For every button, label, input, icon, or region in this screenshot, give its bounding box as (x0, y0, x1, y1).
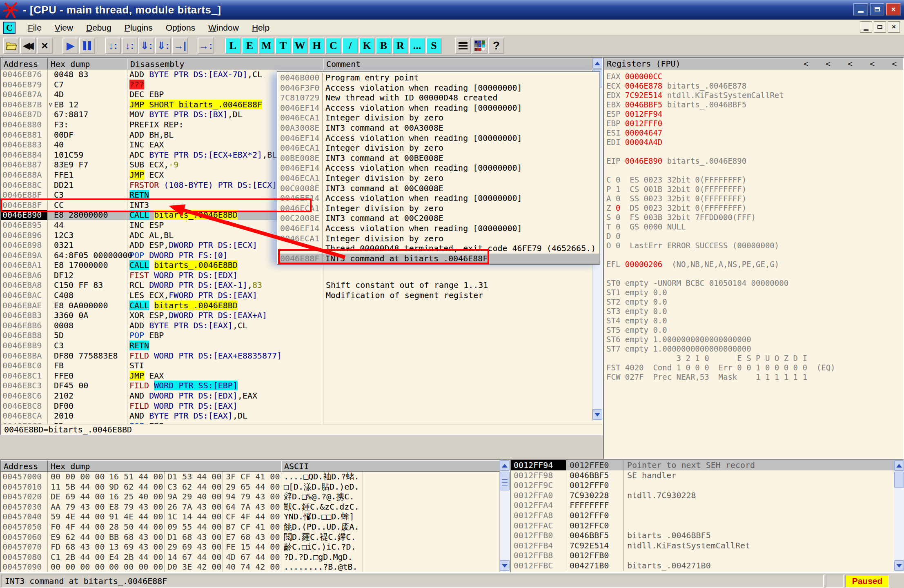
dump-row[interactable]: 0045704059 4E 44 0091 4E 44 001C 14 44 0… (1, 512, 510, 522)
disasm-row[interactable]: 0046E8B85DPOP EBP (1, 330, 602, 341)
view-button-M[interactable]: M (258, 38, 274, 54)
scrollbar-thumb[interactable] (894, 472, 904, 488)
register-line[interactable]: ESP 0012FF94 (604, 109, 903, 119)
log-row[interactable]: 0046ECA1Integer division by zero (278, 173, 599, 183)
disasm-row[interactable]: 0046E8C8DF00FILD WORD PTR DS:[EAX] (1, 401, 602, 411)
help-button[interactable]: ? (488, 38, 504, 54)
register-line[interactable]: EBX 0046BBF5 bitarts_.0046BBF5 (604, 100, 903, 109)
dump-row[interactable]: 0045701011 5B 44 009D 62 44 00C3 62 44 0… (1, 482, 510, 492)
scroll-up-button[interactable] (592, 58, 602, 69)
stack-row[interactable]: 0012FFA4FFFFFFFF (511, 500, 903, 510)
dump-row[interactable]: 0045700000 00 00 0016 51 44 00D1 53 44 0… (1, 472, 510, 482)
register-line[interactable]: ST3 empty 0.0 (604, 307, 903, 316)
register-line[interactable] (604, 147, 903, 156)
register-line[interactable]: ECX 0046E878 bitarts_.0046E878 (604, 81, 903, 91)
view-button-C[interactable]: C (325, 38, 341, 54)
stack-row[interactable]: 0012FFAC0012FFC0 (511, 521, 903, 531)
close-button[interactable]: × (886, 3, 901, 16)
menu-item-file[interactable]: File (21, 21, 48, 34)
view-button-patches[interactable]: / (342, 38, 358, 54)
register-line[interactable]: EBP 0012FFF0 (604, 119, 903, 128)
disasm-row[interactable]: 0046E8B33360 0AXOR ESP,DWORD PTR DS:[EAX… (1, 310, 602, 321)
register-line[interactable]: FCW 027F Prec NEAR,53 Mask 1 1 1 1 1 1 (604, 372, 903, 382)
view-button-E[interactable]: E (242, 38, 258, 54)
stack-row[interactable]: 0012FFA80012FFF0 (511, 510, 903, 521)
menu-item-debug[interactable]: Debug (80, 21, 118, 34)
log-row[interactable]: 0046ECA1Integer division by zero (278, 143, 599, 153)
view-button-runtrace[interactable]: ... (409, 38, 425, 54)
disasm-row[interactable]: 0046E8AEE8 0A000000CALL bitarts_.0046E8B… (1, 301, 602, 311)
view-button-B[interactable]: B (376, 38, 392, 54)
log-row[interactable]: 0046EF14Access violation when reading [0… (278, 163, 599, 173)
log-row[interactable]: 0046EF14Access violation when reading [0… (278, 103, 599, 113)
log-row[interactable]: 00C2008EINT3 command at 00C2008E (278, 213, 599, 223)
menu-item-options[interactable]: Options (159, 21, 202, 34)
register-line[interactable]: ESI 00004647 (604, 128, 903, 138)
go-to-address-button[interactable]: →: (198, 38, 214, 54)
scroll-down-button[interactable] (894, 560, 904, 571)
dump-row[interactable]: 00457050F0 4F 44 0028 50 44 0009 55 44 0… (1, 522, 510, 532)
register-line[interactable]: FST 4020 Cond 1 0 0 0 Err 0 0 1 0 0 0 0 … (604, 363, 903, 372)
disasm-row[interactable]: 0046E8C1FFE0JMP EAX (1, 371, 602, 381)
history-back-icon[interactable]: < (848, 59, 853, 69)
history-back-icon[interactable]: < (892, 59, 897, 69)
log-row[interactable]: 0046EF14Access violation when reading [0… (278, 193, 599, 203)
register-line[interactable]: 3 2 1 0 E S P U O Z D I (604, 354, 903, 363)
log-row[interactable]: 0046F3F0Access violation when reading [0… (278, 83, 599, 93)
disasm-row[interactable]: 0046E8A8C150 FF 83RCL DWORD PTR DS:[EAX-… (1, 280, 602, 290)
register-line[interactable]: ST0 empty -UNORM BCBC 01050104 00000000 (604, 278, 903, 288)
disasm-row[interactable]: 0046E8ACC408LES ECX,FWORD PTR DS:[EAX]Mo… (1, 290, 602, 301)
disasm-row[interactable]: 0046E8C62102AND DWORD PTR DS:[EDX],EAX (1, 391, 602, 401)
menu-item-plugins[interactable]: Plugins (118, 21, 159, 34)
view-button-L[interactable]: L (225, 38, 241, 54)
view-button-W[interactable]: W (292, 38, 308, 54)
register-line[interactable]: EIP 0046E890 bitarts_.0046E890 (604, 156, 903, 166)
execute-till-return-button[interactable]: →| (172, 38, 188, 54)
register-line[interactable]: EFL 00000206 (NO,NB,NE,A,NS,PE,GE,G) (604, 260, 903, 269)
close-program-button[interactable]: × (37, 38, 53, 54)
register-line[interactable]: D 0 (604, 232, 903, 241)
maximize-button[interactable] (870, 3, 884, 16)
dump-scrollbar[interactable] (499, 460, 510, 572)
scroll-down-button[interactable] (592, 409, 602, 420)
stack-row[interactable]: 0012FF980046BBF5SE handler (511, 470, 903, 481)
register-line[interactable]: ST4 empty 0.0 (604, 316, 903, 325)
register-line[interactable]: T 0 GS 0000 NULL (604, 222, 903, 232)
windows-list-button[interactable] (455, 38, 471, 54)
log-row[interactable]: 00C0008EINT3 command at 00C0008E (278, 183, 599, 194)
view-button-S[interactable]: S (426, 38, 442, 54)
stack-row[interactable]: 0012FFA07C930228ntdll.7C930228 (511, 490, 903, 501)
appearance-button[interactable] (472, 38, 488, 54)
register-line[interactable]: EDX 7C92E514 ntdll.KiFastSystemCallRet (604, 91, 903, 100)
log-row[interactable]: 0046ECA1Integer division by zero (278, 113, 599, 123)
scroll-up-button[interactable] (894, 460, 904, 471)
view-button-H[interactable]: H (309, 38, 325, 54)
register-line[interactable] (604, 250, 903, 260)
register-line[interactable]: P 1 CS 001B 32bit 0(FFFFFFFF) (604, 185, 903, 194)
disasm-row[interactable]: 0046E8B9C3RETN (1, 341, 602, 351)
run-button[interactable]: ▶ (62, 38, 78, 54)
register-line[interactable] (604, 166, 903, 175)
log-row[interactable]: 0046EF14Access violation when reading [0… (278, 223, 599, 234)
log-row[interactable]: 7C810729New thread with ID 00000D48 crea… (278, 93, 599, 103)
minimize-button[interactable] (853, 3, 868, 16)
register-line[interactable]: ST7 empty 1.0000000000000000000 (604, 344, 903, 354)
view-button-R[interactable]: R (392, 38, 408, 54)
step-over-button[interactable]: ↓: (122, 38, 138, 54)
scroll-up-button[interactable] (500, 460, 510, 471)
stack-row[interactable]: 0012FF940012FFE0Pointer to next SEH reco… (511, 460, 903, 470)
open-file-button[interactable] (3, 38, 19, 54)
log-row[interactable]: 00BE008EINT3 command at 00BE008E (278, 153, 599, 163)
disasm-row[interactable]: 0046E8CC5DPOP EBP (1, 421, 602, 424)
register-line[interactable]: C 0 ES 0023 32bit 0(FFFFFFFF) (604, 175, 903, 185)
menu-item-help[interactable]: Help (245, 21, 276, 34)
disasm-row[interactable]: 0046E8CA2010AND BYTE PTR DS:[EAX],DL (1, 411, 602, 421)
history-back-icon[interactable]: < (870, 59, 875, 69)
disasm-row[interactable]: 0046E8BADF80 775883E8FILD WORD PTR DS:[E… (1, 351, 602, 361)
animate-into-button[interactable]: ⇓: (138, 38, 154, 54)
disasm-row[interactable]: 0046E8A6DF12FIST WORD PTR DS:[EDX] (1, 270, 602, 281)
scroll-down-button[interactable] (500, 560, 510, 571)
menu-item-window[interactable]: Window (202, 21, 245, 34)
dump-row[interactable]: 00457030AA 79 43 00E8 79 43 0026 7A 43 0… (1, 502, 510, 512)
register-line[interactable]: ST6 empty 1.0000000000000000000 (604, 335, 903, 344)
